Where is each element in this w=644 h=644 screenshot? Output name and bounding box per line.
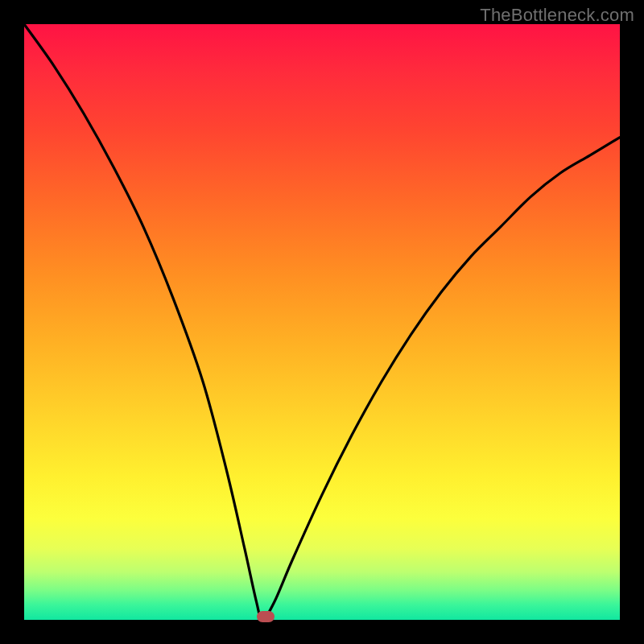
chart-svg [24, 24, 620, 620]
chart-plot-area [24, 24, 620, 620]
optimum-marker-icon [257, 611, 275, 622]
watermark-text: TheBottleneck.com [480, 5, 634, 26]
bottleneck-curve-path [24, 24, 620, 620]
chart-frame: TheBottleneck.com [0, 0, 644, 644]
